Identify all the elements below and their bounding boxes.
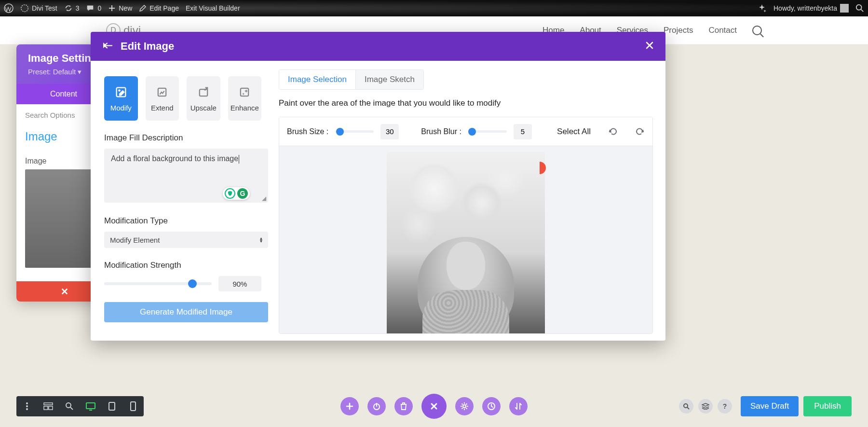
settings-button[interactable]: [455, 397, 474, 415]
tab-image-sketch[interactable]: Image Sketch: [356, 70, 423, 89]
comments-count: 0: [97, 4, 101, 12]
generate-button[interactable]: Generate Modified Image: [104, 302, 268, 322]
desktop-view-icon[interactable]: [85, 400, 96, 412]
tab-image-selection[interactable]: Image Selection: [279, 70, 356, 89]
paint-canvas[interactable]: [279, 146, 652, 333]
close-icon: [60, 287, 69, 296]
trash-button[interactable]: [394, 397, 413, 415]
nav-projects[interactable]: Projects: [664, 26, 693, 35]
menu-icon[interactable]: [21, 400, 33, 412]
layers-icon[interactable]: [698, 399, 713, 413]
zoom-icon[interactable]: [64, 400, 75, 412]
fill-description-value: Add a floral background to this image: [111, 154, 238, 163]
close-builder-button[interactable]: [421, 394, 447, 419]
new-label: New: [119, 4, 132, 12]
canvas-frame: Brush Size : 30 Brush Blur : 5 Select Al…: [279, 117, 653, 334]
redo-button[interactable]: [635, 127, 645, 137]
close-button[interactable]: [645, 41, 654, 52]
edit-image-modal: Edit Image Modify Extend Upscale: [91, 32, 665, 341]
select-chevron-icon: ▴▾: [260, 237, 262, 243]
mod-strength-label: Modification Strength: [104, 261, 261, 270]
comments[interactable]: 0: [86, 4, 101, 13]
mode-extend-label: Extend: [151, 104, 174, 112]
undo-button[interactable]: [608, 127, 618, 137]
svg-point-10: [26, 408, 28, 410]
grammar-badges[interactable]: G: [223, 187, 250, 200]
mode-extend[interactable]: Extend: [146, 76, 179, 121]
svg-rect-15: [86, 403, 95, 409]
svg-rect-13: [49, 406, 53, 410]
nav-contact[interactable]: Contact: [708, 26, 737, 35]
strength-value[interactable]: 90%: [218, 276, 261, 291]
edit-page[interactable]: Edit Page: [139, 4, 179, 12]
avatar: [840, 4, 849, 13]
svg-rect-12: [44, 406, 48, 410]
builder-right-tools: ? Save Draft Publish: [679, 396, 852, 416]
mod-type-label: Modification Type: [104, 216, 261, 226]
updates[interactable]: 3: [64, 4, 80, 13]
brush-size-label: Brush Size :: [287, 127, 328, 136]
brush-size-slider[interactable]: [335, 130, 374, 133]
canvas-toolbar: Brush Size : 30 Brush Blur : 5 Select Al…: [279, 117, 652, 146]
upscale-icon: [197, 85, 210, 99]
updates-count: 3: [76, 4, 80, 12]
power-button[interactable]: [367, 397, 386, 415]
tablet-view-icon[interactable]: [106, 400, 118, 412]
builder-center-tools: [340, 394, 528, 419]
mode-modify[interactable]: Modify: [104, 76, 138, 121]
brush-blur-label: Brush Blur :: [421, 127, 461, 136]
mode-tabs: Modify Extend Upscale Enhance: [104, 76, 261, 121]
svg-point-4: [119, 89, 121, 91]
back-button[interactable]: [102, 41, 114, 52]
extend-icon: [155, 85, 169, 99]
exit-vb-label: Exit Visual Builder: [186, 4, 240, 12]
enhance-icon: [238, 85, 251, 99]
mode-upscale[interactable]: Upscale: [187, 76, 220, 121]
strength-slider[interactable]: [104, 282, 212, 285]
add-button[interactable]: [340, 397, 359, 415]
sort-button[interactable]: [509, 397, 528, 415]
wireframe-icon[interactable]: [42, 400, 54, 412]
howdy-user[interactable]: Howdy, writtenbyekta: [773, 4, 849, 13]
modification-type-select[interactable]: Modify Element ▴▾: [104, 232, 268, 248]
edit-page-label: Edit Page: [149, 4, 179, 12]
modal-right-panel: Image Selection Image Sketch Paint over …: [275, 61, 665, 341]
ai-sparkle-icon[interactable]: [757, 3, 767, 13]
fill-description-input[interactable]: Add a floral background to this image G …: [104, 149, 268, 203]
close-icon: [645, 41, 654, 50]
select-all-button[interactable]: Select All: [557, 127, 591, 137]
mode-enhance[interactable]: Enhance: [228, 76, 262, 121]
admin-search-icon[interactable]: [855, 4, 864, 13]
wp-admin-bar: Divi Test 3 0 New Edit Page Exit Visual …: [0, 0, 868, 16]
help-icon[interactable]: ?: [718, 399, 732, 413]
grammarly-icon: G: [237, 188, 248, 199]
search-small-icon[interactable]: [679, 399, 693, 413]
new[interactable]: New: [108, 4, 132, 12]
right-tabs: Image Selection Image Sketch: [279, 69, 424, 90]
history-button[interactable]: [482, 397, 501, 415]
svg-point-8: [26, 402, 28, 404]
svg-point-1: [21, 5, 28, 12]
modal-header: Edit Image: [91, 32, 665, 61]
wp-logo[interactable]: [4, 3, 14, 13]
svg-rect-17: [131, 402, 136, 411]
modal-left-panel: Modify Extend Upscale Enhance Image Fill…: [91, 61, 275, 341]
site-name[interactable]: Divi Test: [20, 4, 57, 13]
howdy-text: Howdy, writtenbyekta: [773, 4, 837, 12]
svg-point-21: [684, 404, 688, 408]
mode-upscale-label: Upscale: [190, 104, 217, 112]
exit-visual-builder[interactable]: Exit Visual Builder: [186, 4, 240, 12]
brush-size-value[interactable]: 30: [380, 124, 399, 139]
save-draft-button[interactable]: Save Draft: [741, 396, 799, 416]
nav-search-icon[interactable]: [752, 26, 762, 35]
fill-desc-label: Image Fill Description: [104, 133, 261, 143]
mobile-view-icon[interactable]: [127, 400, 139, 412]
resize-handle[interactable]: ◢: [262, 195, 266, 202]
svg-point-2: [856, 5, 862, 10]
paint-instruction: Paint over the area of the image that yo…: [279, 98, 653, 108]
brush-blur-slider[interactable]: [468, 130, 507, 133]
publish-button[interactable]: Publish: [803, 396, 852, 416]
builder-bar: ? Save Draft Publish: [16, 396, 852, 416]
mode-enhance-label: Enhance: [231, 104, 259, 112]
brush-blur-value[interactable]: 5: [514, 124, 532, 139]
